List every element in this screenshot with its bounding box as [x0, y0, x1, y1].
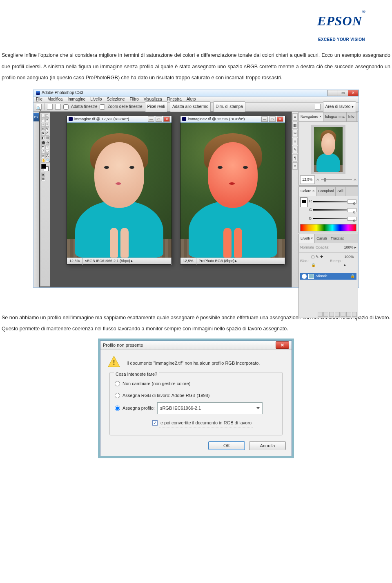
- menu-file[interactable]: File: [36, 95, 42, 104]
- doc-left-zoom[interactable]: 12,5%: [67, 257, 83, 265]
- fx-icon[interactable]: [323, 312, 328, 317]
- doc-maximize[interactable]: ▭: [156, 117, 162, 122]
- print-size-button[interactable]: Dim. di stampa: [213, 101, 245, 112]
- screenmode-toggle[interactable]: ▦: [41, 177, 45, 181]
- tab-swatches[interactable]: Campioni: [316, 187, 336, 196]
- heal-tool[interactable]: ◍: [41, 127, 45, 131]
- lasso-tool[interactable]: ◠: [41, 118, 45, 122]
- link-layers-icon[interactable]: [318, 312, 323, 317]
- mask-icon[interactable]: [329, 312, 334, 317]
- zoom-tool[interactable]: 🔍: [46, 159, 50, 163]
- lock-buttons[interactable]: ▢ ✎ ✚ 🔒: [311, 253, 329, 269]
- tab-styles[interactable]: Stili: [336, 187, 345, 196]
- eraser-tool[interactable]: ◧: [41, 136, 45, 140]
- crop-tool[interactable]: ⌗: [41, 123, 45, 127]
- opacity-value[interactable]: 100% ▸: [344, 244, 356, 252]
- new-layer-icon[interactable]: [346, 312, 351, 317]
- tab-histogram[interactable]: Istogramma: [323, 112, 347, 121]
- tab-info[interactable]: Info: [347, 112, 356, 121]
- spectrum-ramp[interactable]: [300, 224, 356, 231]
- foreground-background-swatch[interactable]: [300, 197, 307, 207]
- adjustment-icon[interactable]: [335, 312, 340, 317]
- tab-paths[interactable]: Tracciati: [329, 234, 347, 243]
- color-swatches[interactable]: [41, 164, 49, 172]
- vtab-4[interactable]: ⌗: [292, 138, 298, 145]
- fit-windows-checkbox[interactable]: [63, 104, 69, 110]
- ok-button[interactable]: OK: [208, 441, 245, 450]
- wand-tool[interactable]: ✶: [45, 118, 49, 122]
- navigator-preview[interactable]: [311, 125, 345, 174]
- dodge-tool[interactable]: ◔: [46, 141, 49, 145]
- nav-zoom-value[interactable]: 12,5%: [300, 175, 315, 184]
- hand-tool[interactable]: ✋: [41, 159, 45, 163]
- g-slider[interactable]: [313, 209, 347, 211]
- profile-select[interactable]: sRGB IEC61966-2.1: [157, 402, 263, 414]
- blur-tool[interactable]: ⬤: [41, 141, 45, 145]
- doc-close[interactable]: ✕: [163, 117, 170, 122]
- path-tool[interactable]: ↗: [41, 150, 45, 154]
- layer-background[interactable]: Sfondo 🔒: [300, 273, 356, 280]
- blend-mode[interactable]: Normale: [300, 244, 314, 252]
- window-maximize-button[interactable]: ▭: [338, 90, 348, 96]
- ps-tab[interactable]: Ps: [33, 113, 39, 121]
- notes-tool[interactable]: ✉: [41, 154, 45, 158]
- fit-screen-button[interactable]: Adatta allo schermo: [170, 101, 211, 112]
- vtab-2[interactable]: ▦: [292, 121, 298, 129]
- trash-icon[interactable]: [352, 312, 357, 317]
- history-brush-tool[interactable]: ↺: [45, 132, 49, 136]
- doc-left-profile[interactable]: sRGB IEC61966-2.1 (8bpc)▸: [83, 257, 172, 265]
- tab-color[interactable]: Colore ×: [299, 187, 316, 196]
- opt-assign-radio[interactable]: [115, 406, 120, 411]
- r-slider[interactable]: [313, 201, 347, 202]
- dialog-close-button[interactable]: ✕: [276, 341, 289, 349]
- b-slider[interactable]: [313, 218, 347, 219]
- actual-pixels-button[interactable]: Pixel reali: [145, 101, 167, 112]
- doc-minimize[interactable]: —: [261, 117, 268, 122]
- pen-tool[interactable]: ✒: [41, 145, 45, 149]
- eyedropper-tool[interactable]: ⁂: [45, 154, 49, 158]
- fill-value[interactable]: 100% ▸: [344, 253, 356, 269]
- quickmask-toggle[interactable]: ▣: [41, 173, 45, 177]
- g-value[interactable]: 0: [347, 208, 356, 212]
- window-close-button[interactable]: ✕: [348, 90, 359, 96]
- nav-zoom-slider[interactable]: [321, 179, 352, 180]
- tab-navigator[interactable]: Navigatore ×: [299, 112, 323, 121]
- tab-channels[interactable]: Canali: [315, 234, 329, 243]
- doc-minimize[interactable]: —: [148, 117, 154, 122]
- marquee-tool[interactable]: ◻: [45, 114, 49, 118]
- zoom-out-icon[interactable]: [55, 104, 61, 110]
- gradient-tool[interactable]: ▤: [46, 136, 50, 140]
- zoom-windows-checkbox[interactable]: [100, 104, 105, 110]
- vtab-5[interactable]: ✎: [292, 146, 298, 153]
- doc-close[interactable]: ✕: [277, 117, 283, 122]
- vtab-6[interactable]: ¶: [292, 154, 298, 161]
- vtab-7[interactable]: A: [292, 162, 298, 170]
- opt-working-radio[interactable]: [115, 393, 120, 398]
- workspace-dropdown[interactable]: Area di lavoro ▾: [323, 101, 356, 112]
- nav-zoom-out[interactable]: △: [316, 176, 319, 184]
- move-tool[interactable]: ↕: [41, 114, 45, 118]
- vtab-1[interactable]: ≡: [292, 113, 298, 121]
- window-minimize-button[interactable]: —: [327, 90, 338, 96]
- tab-layers[interactable]: Livelli ×: [299, 234, 315, 243]
- visibility-icon[interactable]: [302, 274, 307, 279]
- group-icon[interactable]: [341, 312, 345, 317]
- vtab-3[interactable]: ✂: [292, 130, 298, 137]
- brush-tool[interactable]: ✎: [45, 127, 49, 131]
- b-value[interactable]: 0: [347, 217, 356, 221]
- shape-tool[interactable]: ▭: [45, 150, 49, 154]
- opt-leave-radio[interactable]: [115, 381, 120, 386]
- type-tool[interactable]: T: [45, 145, 49, 149]
- stamp-tool[interactable]: ⚑: [41, 132, 45, 136]
- menu-modifica[interactable]: Modifica: [47, 95, 62, 104]
- doc-right-zoom[interactable]: 12,5%: [180, 257, 196, 265]
- nav-zoom-in[interactable]: △: [354, 176, 356, 184]
- zoom-tool-icon[interactable]: 🔍: [36, 104, 42, 110]
- slice-tool[interactable]: ⑂: [45, 123, 49, 127]
- r-value[interactable]: 0: [347, 200, 356, 204]
- zoom-in-icon[interactable]: [47, 104, 53, 110]
- doc-right-profile[interactable]: ProPhoto RGB (8bpc)▸: [196, 257, 285, 265]
- convert-checkbox[interactable]: ✓: [152, 420, 158, 426]
- brush-icon[interactable]: [315, 104, 321, 110]
- cancel-button[interactable]: Annulla: [249, 441, 286, 450]
